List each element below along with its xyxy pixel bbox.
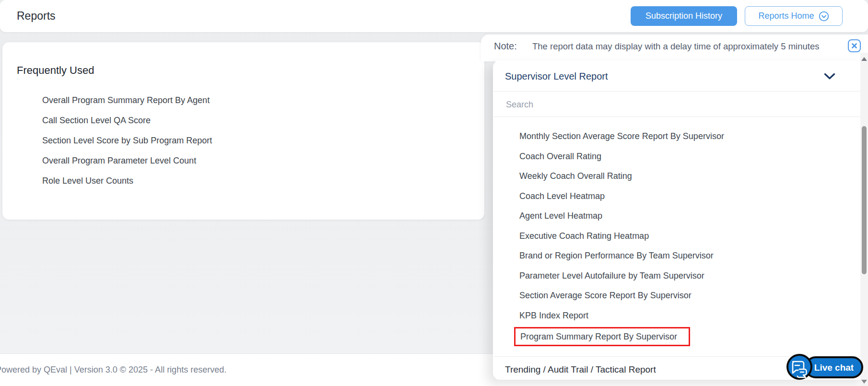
chevron-down-icon[interactable] [824, 73, 835, 80]
note-message: The report data may display with a delay… [532, 41, 819, 52]
report-menu-panel: Supervisor Level Report Monthly Section … [493, 60, 868, 380]
report-item-highlighted[interactable]: Program Summary Report By Supervisor [514, 327, 690, 346]
frequently-used-list: Overall Program Summary Report By Agent … [42, 90, 212, 191]
frequently-used-title: Frequently Used [17, 64, 94, 77]
report-list: Monthly Section Average Score Report By … [519, 127, 724, 326]
report-item[interactable]: KPB Index Report [519, 306, 724, 326]
section-title-trending-audit-tactical[interactable]: Trending / Audit Trail / Tactical Report [505, 364, 656, 375]
section-title-supervisor-level-report[interactable]: Supervisor Level Report [505, 71, 608, 82]
close-icon[interactable] [848, 39, 861, 52]
report-item[interactable]: Brand or Region Performance By Team Supe… [519, 246, 724, 266]
list-item[interactable]: Overall Program Summary Report By Agent [42, 90, 212, 110]
frequently-used-card: Frequently Used Overall Program Summary … [2, 42, 484, 220]
live-chat-label: Live chat [814, 363, 854, 373]
subscription-history-button[interactable]: Subscription History [631, 6, 737, 26]
report-item[interactable]: Section Average Score Report By Supervis… [519, 286, 724, 306]
note-bar: Note: The report data may display with a… [481, 35, 868, 61]
copyright-text: Powered by QEval | Version 3.0 © 2025 - … [0, 365, 226, 375]
page-title: Reports [17, 0, 56, 32]
reports-home-label: Reports Home [758, 11, 814, 21]
report-item[interactable]: Executive Coach Rating Heatmap [519, 226, 724, 246]
report-item[interactable]: Coach Level Heatmap [519, 187, 724, 207]
reports-page: Reports Subscription History Reports Hom… [0, 0, 868, 386]
scrollbar-thumb[interactable] [862, 126, 867, 274]
report-item[interactable]: Weekly Coach Overall Rating [519, 166, 724, 187]
report-item[interactable]: Monthly Section Average Score Report By … [519, 127, 724, 147]
search-input[interactable] [505, 97, 812, 112]
report-item[interactable]: Coach Overall Rating [519, 147, 724, 167]
list-item[interactable]: Overall Program Parameter Level Count [42, 151, 212, 171]
list-item[interactable]: Call Section Level QA Score [42, 110, 212, 130]
header-bar: Reports Subscription History Reports Hom… [0, 0, 868, 32]
divider [494, 117, 860, 117]
scrollbar[interactable] [860, 53, 868, 386]
reports-home-button[interactable]: Reports Home [745, 6, 843, 26]
chevron-down-circle-icon [819, 11, 829, 22]
scroll-up-arrow-icon[interactable] [861, 57, 867, 61]
report-item[interactable]: Agent Level Heatmap [519, 206, 724, 226]
list-item[interactable]: Section Level Score by Sub Program Repor… [42, 130, 212, 151]
note-label: Note: [494, 41, 517, 52]
list-item[interactable]: Role Level User Counts [42, 171, 212, 191]
divider [494, 91, 860, 92]
live-chat-button[interactable]: Live chat [785, 352, 866, 383]
report-item[interactable]: Parameter Level Autofailure by Team Supe… [519, 266, 724, 286]
